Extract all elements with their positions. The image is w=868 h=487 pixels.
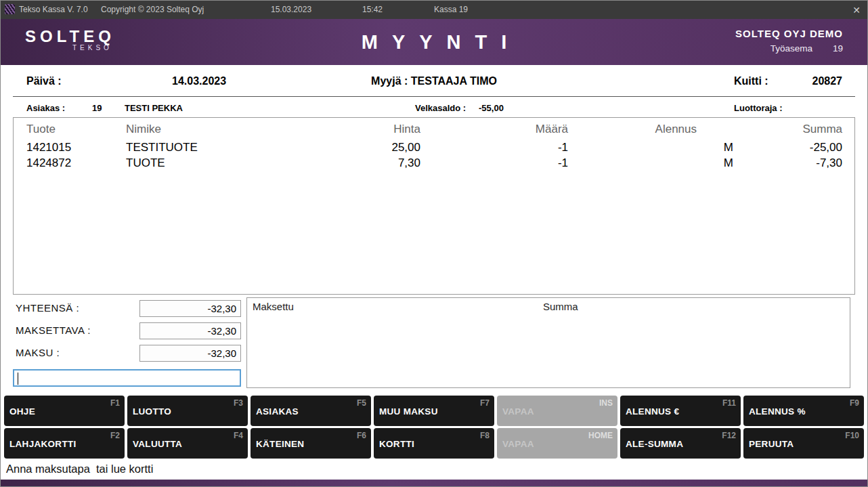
- payment-value: -32,30: [139, 345, 241, 362]
- fkey-alennus-eur[interactable]: ALENNUS € F11: [620, 396, 741, 426]
- titlebar: Tekso Kassa V. 7.0 Copyright © 2023 Solt…: [1, 1, 867, 19]
- items-table: Tuote Nimike Hinta Määrä Alennus Summa 1…: [13, 117, 855, 295]
- payable-value: -32,30: [139, 322, 241, 339]
- fkey-shortcut: F10: [845, 431, 859, 440]
- sale-info-row: Päivä : 14.03.2023 Myyjä : TESTAAJA TIMO…: [1, 65, 867, 96]
- header-right: SOLTEQ OYJ DEMO Työasema 19: [735, 28, 843, 54]
- paid-column-header: Maksettu: [253, 301, 294, 312]
- col-header-nimike: Nimike: [126, 121, 285, 140]
- cell-alennus: M: [568, 140, 733, 155]
- customer-number: 19: [92, 103, 102, 113]
- fkey-shortcut: F7: [480, 398, 490, 408]
- screen-title: MYYNTI: [347, 31, 521, 54]
- col-header-maara: Määrä: [420, 121, 568, 140]
- cell-nimike: TUOTE: [126, 155, 285, 171]
- fkey-shortcut: F9: [850, 398, 859, 408]
- cell-summa: -25,00: [733, 140, 854, 155]
- cell-nimike: TESTITUOTE: [126, 140, 285, 155]
- statusbar: Anna maksutapa tai lue kortti: [1, 459, 867, 480]
- fkey-kortti[interactable]: KORTTI F8: [374, 428, 494, 459]
- table-row[interactable]: 1421015 TESTITUOTE 25,00 -1 M -25,00: [14, 140, 854, 155]
- fkey-luotto[interactable]: LUOTTO F3: [127, 396, 248, 426]
- sum-column-header: Summa: [543, 301, 578, 312]
- date-value: 14.03.2023: [172, 75, 226, 87]
- customer-name: TESTI PEKKA: [125, 103, 183, 113]
- solteq-logo: SOLTEQ TEKSO: [25, 28, 115, 51]
- debt-value: -55,00: [479, 103, 504, 113]
- text-caret: [18, 373, 18, 385]
- fkey-vapaa-home: VAPAA HOME: [497, 428, 617, 459]
- col-header-summa: Summa: [733, 121, 854, 140]
- fkey-shortcut: F8: [480, 431, 490, 440]
- fkey-shortcut: F11: [722, 398, 736, 408]
- date-label: Päivä :: [26, 75, 62, 87]
- fkey-lahjakortti[interactable]: LAHJAKORTTI F2: [4, 428, 125, 459]
- table-row[interactable]: 1424872 TUOTE 7,30 -1 M -7,30: [14, 155, 854, 171]
- cell-maara: -1: [420, 140, 568, 155]
- cell-summa: -7,30: [733, 155, 854, 171]
- payment-label: MAKSU :: [16, 347, 60, 358]
- cell-tuote: 1424872: [14, 155, 126, 171]
- fkey-peruuta[interactable]: PERUUTA F10: [743, 428, 864, 459]
- payment-entry-input[interactable]: [13, 369, 241, 387]
- copyright-text: Copyright © 2023 Solteq Oyj: [101, 5, 204, 14]
- app-icon: [5, 4, 15, 14]
- app-header: SOLTEQ TEKSO MYYNTI SOLTEQ OYJ DEMO Työa…: [1, 19, 867, 65]
- titlebar-time: 15:42: [362, 5, 383, 14]
- fkey-shortcut: F6: [357, 431, 366, 440]
- fkey-shortcut: F3: [234, 398, 243, 408]
- table-header-row: Tuote Nimike Hinta Määrä Alennus Summa: [14, 121, 854, 140]
- credit-limit-label: Luottoraja :: [734, 103, 783, 113]
- fkey-shortcut: F4: [234, 431, 243, 440]
- fkey-shortcut: F5: [357, 398, 366, 408]
- logo-main-text: SOLTEQ: [25, 28, 115, 45]
- cell-hinta: 7,30: [285, 155, 420, 171]
- workstation-label: Työasema: [771, 43, 812, 54]
- fkey-shortcut: INS: [599, 398, 613, 408]
- debt-label: Velkasaldo :: [415, 103, 466, 113]
- status-message: Anna maksutapa tai lue kortti: [6, 463, 153, 475]
- bottom-accent-strip: [1, 480, 867, 487]
- fkey-shortcut: F1: [110, 398, 120, 408]
- cell-hinta: 25,00: [285, 140, 420, 155]
- fkey-alennus-pct[interactable]: ALENNUS % F9: [743, 396, 864, 426]
- seller-line: Myyjä : TESTAAJA TIMO: [371, 75, 497, 87]
- col-header-tuote: Tuote: [14, 121, 126, 140]
- cell-alennus: M: [568, 155, 733, 171]
- col-header-hinta: Hinta: [285, 121, 420, 140]
- fkey-shortcut: F2: [110, 431, 120, 440]
- titlebar-date: 15.03.2023: [271, 5, 311, 14]
- cell-maara: -1: [420, 155, 568, 171]
- app-title: Tekso Kassa V. 7.0: [19, 5, 88, 14]
- fkey-muu-maksu[interactable]: MUU MAKSU F7: [374, 396, 494, 426]
- fkey-ohje[interactable]: OHJE F1: [4, 396, 125, 426]
- close-icon[interactable]: ✕: [852, 5, 861, 16]
- pos-window: Tekso Kassa V. 7.0 Copyright © 2023 Solt…: [0, 0, 868, 487]
- workstation-value: 19: [833, 43, 843, 54]
- col-header-alennus: Alennus: [568, 121, 733, 140]
- total-label: YHTEENSÄ :: [16, 302, 79, 314]
- company-name: SOLTEQ OYJ DEMO: [735, 28, 843, 39]
- payable-label: MAKSETTAVA :: [16, 324, 91, 336]
- payments-panel: Maksettu Summa: [246, 297, 850, 388]
- fkey-valuutta[interactable]: VALUUTTA F4: [127, 428, 248, 459]
- receipt-label: Kuitti :: [734, 75, 768, 87]
- fkey-kateinen[interactable]: KÄTEINEN F6: [251, 428, 371, 459]
- fkey-ale-summa[interactable]: ALE-SUMMA F12: [620, 428, 741, 459]
- fkey-vapaa-ins: VAPAA INS: [497, 396, 617, 426]
- customer-label: Asiakas :: [26, 103, 65, 113]
- receipt-number: 20827: [812, 75, 843, 87]
- cell-tuote: 1421015: [14, 140, 126, 155]
- function-key-grid: OHJE F1 LUOTTO F3 ASIAKAS F5 MUU MAKSU F…: [1, 396, 867, 459]
- titlebar-register: Kassa 19: [434, 5, 468, 14]
- total-value: -32,30: [139, 300, 241, 317]
- fkey-shortcut: HOME: [588, 431, 613, 440]
- customer-info-row: Asiakas : 19 TESTI PEKKA Velkasaldo : -5…: [1, 97, 867, 117]
- fkey-asiakas[interactable]: ASIAKAS F5: [251, 396, 371, 426]
- totals-area: YHTEENSÄ : -32,30 MAKSETTAVA : -32,30 MA…: [1, 295, 867, 396]
- fkey-shortcut: F12: [722, 431, 736, 440]
